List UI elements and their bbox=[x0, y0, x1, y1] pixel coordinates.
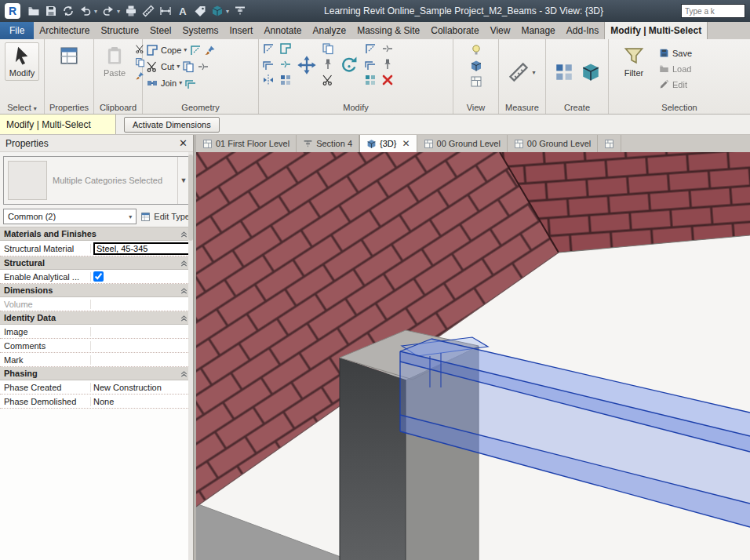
redo-icon[interactable] bbox=[102, 5, 115, 17]
view-tab-ground-level-2[interactable]: 00 Ground Level bbox=[508, 135, 598, 152]
filter-button[interactable]: Filter bbox=[617, 42, 651, 81]
rotate-button[interactable] bbox=[339, 55, 359, 78]
section-icon[interactable] bbox=[234, 5, 246, 17]
measure-icon[interactable] bbox=[142, 5, 155, 17]
undo-caret-icon[interactable]: ▾ bbox=[94, 8, 97, 15]
load-selection-button[interactable]: Load bbox=[659, 61, 692, 76]
enable-analytical-checkbox[interactable] bbox=[93, 271, 104, 282]
tab-steel[interactable]: Steel bbox=[144, 22, 177, 39]
tab-file[interactable]: File bbox=[0, 22, 34, 39]
tab-systems[interactable]: Systems bbox=[177, 22, 224, 39]
view-tab-section-4[interactable]: Section 4 bbox=[297, 135, 359, 152]
save-selection-button[interactable]: Save bbox=[659, 45, 692, 60]
view-tab-first-floor[interactable]: 01 First Floor Level bbox=[196, 135, 297, 152]
text-icon[interactable] bbox=[177, 5, 189, 17]
create-assembly-icon[interactable] bbox=[581, 62, 601, 82]
trim-extend-icon[interactable] bbox=[364, 42, 377, 55]
3d-view-caret-icon[interactable]: ▾ bbox=[226, 8, 229, 15]
join-button[interactable]: Join▾ bbox=[146, 75, 255, 90]
align-icon[interactable] bbox=[262, 42, 275, 55]
tab-modify-multi-select[interactable]: Modify | Multi-Select bbox=[604, 22, 708, 39]
aligned-dimension-icon[interactable] bbox=[159, 5, 172, 17]
properties-toggle-button[interactable] bbox=[52, 42, 86, 69]
search-input[interactable] bbox=[681, 4, 745, 18]
pin-icon[interactable] bbox=[322, 58, 334, 71]
properties-scrollbar[interactable] bbox=[188, 152, 193, 560]
copy-geometry-icon[interactable] bbox=[182, 60, 195, 73]
open-icon[interactable] bbox=[27, 5, 40, 17]
array-icon[interactable] bbox=[279, 74, 292, 86]
group-header[interactable]: Dimensions bbox=[0, 284, 193, 297]
3d-scene[interactable] bbox=[196, 152, 750, 560]
offset-icon[interactable] bbox=[262, 58, 275, 71]
revit-logo[interactable]: R bbox=[5, 3, 20, 19]
panel-label-properties[interactable]: Properties bbox=[45, 102, 93, 114]
tab-view[interactable]: View bbox=[485, 22, 516, 39]
edit-type-button[interactable]: Edit Type bbox=[140, 212, 190, 222]
move-button[interactable] bbox=[297, 55, 317, 78]
view-cube-icon[interactable] bbox=[470, 60, 482, 72]
delete-icon[interactable] bbox=[381, 74, 394, 86]
tab-collaborate[interactable]: Collaborate bbox=[425, 22, 484, 39]
tab-architecture[interactable]: Architecture bbox=[34, 22, 95, 39]
view-tab-ground-level-1[interactable]: 00 Ground Level bbox=[417, 135, 508, 152]
tab-massing-site[interactable]: Massing & Site bbox=[351, 22, 425, 39]
offset-geometry-icon[interactable] bbox=[184, 77, 197, 89]
split-icon[interactable] bbox=[279, 58, 292, 71]
create-group-icon[interactable] bbox=[554, 62, 574, 82]
property-value[interactable]: None bbox=[91, 397, 193, 406]
cope-button[interactable]: Cope▾ bbox=[146, 42, 255, 57]
type-selector-caret-icon[interactable]: ▼ bbox=[177, 157, 189, 204]
split-element-icon[interactable] bbox=[381, 42, 394, 55]
group-header[interactable]: Identity Data bbox=[0, 311, 193, 325]
plan-view-icon[interactable] bbox=[470, 75, 482, 88]
caret-down-icon[interactable]: ▾ bbox=[532, 69, 535, 76]
tab-annotate[interactable]: Annotate bbox=[258, 22, 307, 39]
cut-button[interactable]: Cut▾ bbox=[146, 59, 255, 74]
demolish-icon[interactable] bbox=[197, 60, 209, 73]
structural-material-input[interactable] bbox=[93, 242, 191, 255]
close-icon[interactable]: ✕ bbox=[179, 138, 188, 148]
copy-icon[interactable] bbox=[322, 42, 334, 55]
panel-label-select[interactable]: Select ▾ bbox=[0, 102, 44, 114]
group-header[interactable]: Structural bbox=[0, 256, 193, 270]
cut-geometry-icon[interactable] bbox=[189, 44, 202, 56]
reveal-hidden-elements-icon[interactable] bbox=[470, 44, 482, 56]
group-header[interactable]: Materials and Finishes bbox=[0, 227, 193, 241]
measure-tool-icon[interactable] bbox=[508, 62, 529, 82]
tab-insert[interactable]: Insert bbox=[224, 22, 258, 39]
activate-dimensions-button[interactable]: Activate Dimensions bbox=[124, 117, 220, 133]
modify-button[interactable]: Modify bbox=[5, 42, 39, 81]
properties-palette-header[interactable]: Properties ✕ bbox=[0, 135, 193, 152]
property-value[interactable]: New Construction bbox=[91, 383, 193, 392]
quick-access-toolbar: ▾ ▾ ▾ bbox=[27, 5, 246, 17]
tab-manage[interactable]: Manage bbox=[515, 22, 560, 39]
scale-icon[interactable] bbox=[322, 74, 334, 86]
save-icon[interactable] bbox=[45, 5, 57, 17]
print-icon[interactable] bbox=[125, 5, 137, 17]
default-3d-view-icon[interactable] bbox=[211, 5, 224, 17]
tab-analyze[interactable]: Analyze bbox=[308, 22, 352, 39]
redo-caret-icon[interactable]: ▾ bbox=[117, 8, 120, 15]
drawing-area[interactable] bbox=[196, 152, 750, 560]
unpin-icon[interactable] bbox=[381, 58, 394, 71]
view-tab-partial[interactable] bbox=[598, 135, 621, 152]
sync-icon[interactable] bbox=[62, 5, 75, 17]
close-tab-icon[interactable]: ✕ bbox=[402, 138, 410, 149]
paste-button[interactable]: Paste bbox=[97, 42, 132, 81]
undo-icon[interactable] bbox=[79, 5, 92, 17]
edit-selection-button[interactable]: Edit bbox=[659, 77, 692, 92]
view-tab-3d[interactable]: {3D} ✕ bbox=[359, 135, 417, 152]
tab-add-ins[interactable]: Add-Ins bbox=[561, 22, 604, 39]
paint-icon[interactable] bbox=[204, 44, 217, 56]
mirror-icon[interactable] bbox=[262, 74, 275, 86]
properties-filter-combo[interactable]: Common (2) ▾ bbox=[3, 209, 137, 224]
trim-icon[interactable] bbox=[279, 42, 292, 55]
array-copy-icon[interactable] bbox=[364, 74, 377, 86]
offset-copy-icon[interactable] bbox=[364, 58, 377, 71]
tab-structure[interactable]: Structure bbox=[95, 22, 144, 39]
group-header[interactable]: Phasing bbox=[0, 367, 193, 380]
floor-plan-icon bbox=[424, 139, 434, 149]
type-selector[interactable]: Multiple Categories Selected ▼ bbox=[3, 156, 190, 205]
tag-icon[interactable] bbox=[194, 5, 206, 17]
